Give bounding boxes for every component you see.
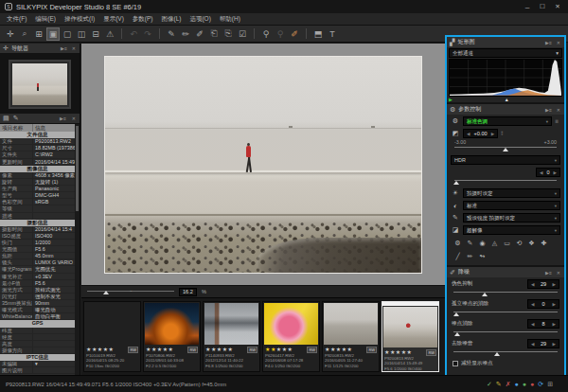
nr-slider[interactable] [453, 349, 558, 357]
level-tool-icon[interactable]: ◬ [489, 239, 500, 248]
param-check-icon[interactable]: ☑ [236, 27, 249, 41]
histogram-mid-marker[interactable]: ▲ [505, 97, 509, 102]
panel-close-icon[interactable]: ✕ [556, 107, 561, 113]
histogram-left-marker[interactable]: ▶ [449, 97, 453, 102]
histogram-channel-select[interactable]: 全部通道 ▾ [449, 48, 562, 58]
nr-stepper[interactable]: ◀0▶ [527, 299, 559, 309]
zoom-slider[interactable]: ⌄ [87, 288, 174, 295]
metadata-row[interactable]: 未编辑▾ [0, 361, 75, 367]
maximize-button[interactable]: ☐ [537, 3, 548, 10]
star-rating[interactable]: ★★★★★RW [263, 346, 319, 353]
star-icon[interactable]: ★ [86, 346, 91, 353]
star-icon[interactable]: ★ [211, 346, 216, 353]
rotate-tool-icon[interactable]: ⟲ [514, 239, 524, 248]
panel-close-icon[interactable]: ✕ [556, 270, 561, 276]
main-photo[interactable] [104, 56, 422, 274]
pen-mark-icon[interactable]: ✎ [496, 381, 502, 388]
star-icon[interactable]: ★ [282, 346, 287, 353]
nr-slider-thumb[interactable] [454, 332, 460, 336]
star-icon[interactable]: ★ [342, 346, 346, 353]
nr-stepper[interactable]: ◀8▶ [527, 319, 559, 329]
star-icon[interactable]: ★ [276, 346, 281, 353]
view-split4-icon[interactable]: ⊟ [89, 27, 102, 41]
stepper-right-icon[interactable]: ▶ [553, 282, 556, 287]
star-icon[interactable]: ★ [271, 346, 275, 353]
stepper-left-icon[interactable]: ◀ [531, 342, 534, 347]
star-icon[interactable]: ★ [325, 346, 329, 353]
star-icon[interactable]: ★ [146, 346, 151, 353]
tab-properties-icon[interactable]: ▤ [3, 115, 9, 122]
star-icon[interactable]: ★ [98, 346, 102, 353]
noise-reduction-select[interactable]: 超解像▾ [463, 225, 560, 235]
menu-item[interactable]: 操作模式(I) [64, 15, 95, 24]
display-settings-icon[interactable]: ⬒ [311, 27, 325, 41]
taste-select[interactable]: 标准色调 ▾ [463, 116, 552, 126]
exposure-slider-thumb[interactable] [503, 148, 508, 151]
star-rating[interactable]: ★★★★★RW [323, 346, 379, 353]
panel-menu-icon[interactable]: ▶≡ [544, 107, 553, 113]
nr-slider[interactable] [453, 290, 558, 297]
star-icon[interactable]: ★ [347, 346, 352, 353]
retouch-brush-icon[interactable]: ✐ [288, 27, 301, 41]
panel-menu-icon[interactable]: ▶≡ [544, 270, 553, 276]
tone-contrast-select[interactable]: 标准▾ [463, 201, 560, 210]
tone-curve-icon[interactable]: ✎ [465, 239, 475, 248]
reduce-display-noise-checkbox[interactable] [453, 361, 458, 366]
nr-slider-thumb[interactable] [453, 312, 459, 316]
hdr-select[interactable]: HDR ▾ [451, 155, 560, 165]
view-single-icon[interactable]: ▣ [46, 27, 60, 41]
star-icon[interactable]: ★ [163, 346, 168, 353]
check-mark-icon[interactable]: ✓ [487, 381, 492, 388]
minimize-button[interactable]: ─ [522, 4, 533, 10]
zoom-slider-thumb[interactable] [103, 291, 109, 294]
star-icon[interactable]: ★ [228, 346, 233, 353]
navigator-thumbnail[interactable] [9, 60, 71, 109]
star-icon[interactable]: ★ [157, 346, 162, 353]
star-rating[interactable]: ★★★★★RW [204, 346, 259, 353]
nr-slider[interactable] [453, 330, 558, 337]
star-icon[interactable]: ★ [109, 346, 114, 353]
marker-pen3-icon[interactable]: ✐ [193, 27, 206, 41]
nr-stepper[interactable]: ◀29▶ [527, 279, 559, 289]
star-icon[interactable]: ★ [288, 346, 293, 353]
view-split2-icon[interactable]: ◫ [75, 27, 88, 41]
add-tool-icon[interactable]: ✚ [539, 239, 549, 248]
sharpness-pen-select[interactable]: 预设锐度 拍摄时设定▾ [463, 213, 560, 223]
star-icon[interactable]: ★ [407, 348, 412, 356]
hdr-slider[interactable] [454, 178, 557, 187]
develop-key2-icon[interactable]: ⚲ [274, 27, 287, 41]
nr-slider-thumb[interactable] [482, 293, 488, 296]
rotate-mark-icon[interactable]: ⟳ [538, 381, 543, 388]
stepper-left-icon[interactable]: ◀ [531, 322, 534, 327]
star-icon[interactable]: ★ [103, 346, 108, 353]
tab-edit-icon[interactable]: ✎ [13, 115, 19, 122]
white-balance-sun-select[interactable]: 拍摄时设定▾ [463, 188, 560, 198]
param-copy-icon[interactable]: ⎗ [207, 27, 221, 41]
stepper-left-icon[interactable]: ◀ [467, 132, 470, 136]
spot-tool-icon[interactable]: ✏ [465, 252, 475, 261]
redo-icon[interactable]: ↷ [141, 27, 154, 41]
menu-item[interactable]: 显示(V) [103, 15, 124, 24]
star-icon[interactable]: ★ [92, 346, 97, 353]
view-preview-icon[interactable]: ▢ [61, 27, 74, 41]
stepper-left-icon[interactable]: ◀ [531, 282, 534, 287]
star-icon[interactable]: ★ [205, 346, 210, 353]
stepper-right-icon[interactable]: ▶ [553, 342, 556, 347]
stepper-left-icon[interactable]: ◀ [531, 302, 534, 307]
star-icon[interactable]: ★ [222, 346, 227, 353]
metadata-scrollbar[interactable] [75, 124, 80, 375]
nr-stepper[interactable]: ◀29▶ [527, 339, 559, 348]
pan-tool-icon[interactable]: ✛ [4, 27, 17, 41]
marker-pen2-icon[interactable]: ✏ [179, 27, 192, 41]
menu-item[interactable]: 帮助(H) [220, 15, 240, 24]
filmstrip-thumbnail[interactable]: ★★★★★RWP9200815.RW22016/04/05 11:27:40F1… [322, 301, 380, 372]
stepper-left-icon[interactable]: ◀ [540, 170, 542, 175]
stepper-right-icon[interactable]: ▶ [491, 132, 494, 136]
green-dot-icon[interactable]: ● [523, 381, 526, 388]
view-thumbnail-icon[interactable]: ⊞ [32, 27, 45, 41]
stepper-right-icon[interactable]: ▶ [554, 170, 557, 175]
star-icon[interactable]: ★ [169, 346, 173, 353]
panel-close-icon[interactable]: ✕ [556, 40, 561, 45]
menu-item[interactable]: 文件(F) [7, 15, 27, 24]
star-icon[interactable]: ★ [265, 346, 270, 353]
